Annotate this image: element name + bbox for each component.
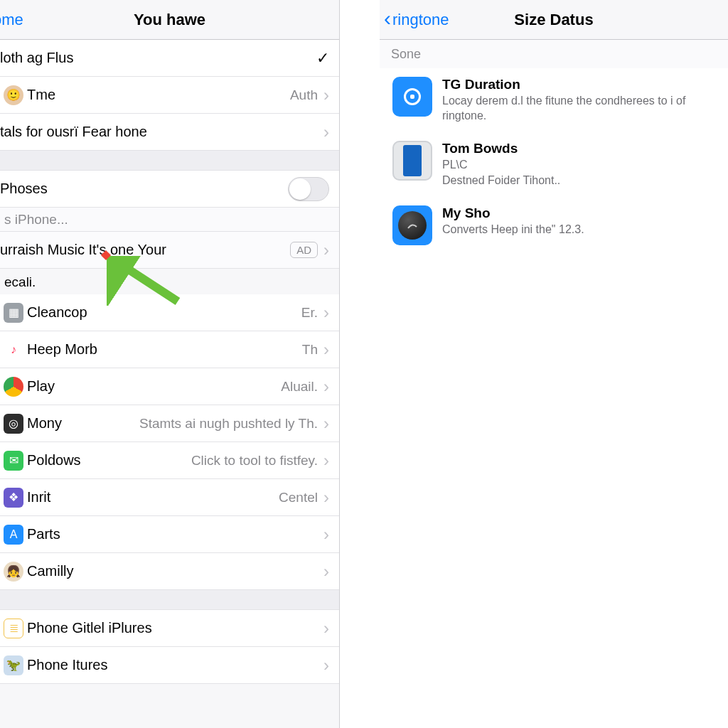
item-subtitle-2: Destned Foider Tihont.. — [442, 173, 560, 188]
row-loth-ag-flus[interactable]: loth ag Flus ✓ — [0, 40, 339, 77]
row-camilly[interactable]: 👧 Camilly › — [0, 553, 339, 590]
chevron-left-icon: ‹ — [384, 8, 391, 29]
camera-icon: ◎ — [4, 414, 23, 434]
left-back-label: ome — [0, 11, 23, 29]
item-subtitle: Locay derem d.l the fitune the condheree… — [442, 94, 715, 124]
chevron-right-icon: › — [323, 122, 329, 142]
section-header-sone: Sone — [380, 40, 728, 68]
row-mony[interactable]: ◎ Mony Stamts ai nugh pushted ly Th. › — [0, 405, 339, 442]
messages-icon: ✉ — [4, 451, 23, 471]
row-label: urraish Music It's one Your — [0, 242, 290, 258]
item-title: My Sho — [442, 205, 584, 221]
left-navbar: ‹ ome You hawe — [0, 0, 339, 40]
row-label: Phoses — [0, 181, 288, 197]
row-heep-morb[interactable]: ♪ Heep Morb Th › — [0, 331, 339, 368]
pane-divider — [340, 0, 380, 728]
ad-badge: AD — [290, 242, 318, 258]
app-icon — [392, 205, 432, 245]
row-parts[interactable]: A Parts › — [0, 516, 339, 553]
toggle-switch[interactable] — [288, 177, 329, 201]
row-label: Heep Morb — [27, 341, 302, 358]
appstore-icon: A — [4, 525, 23, 545]
row-phoses-toggle[interactable]: Phoses — [0, 171, 339, 208]
row-inrit[interactable]: ❖ Inrit Centel › — [0, 479, 339, 516]
avatar-icon: 👧 — [4, 562, 23, 582]
item-subtitle: PL\C — [442, 158, 560, 173]
row-detail: Er. — [301, 305, 318, 321]
row-phone-gitlel-iplures[interactable]: ≣ Phone Gitlel iPlures › — [0, 610, 339, 647]
section-separator — [0, 151, 339, 171]
item-title: Tom Bowds — [442, 141, 560, 156]
row-detail: Auth — [290, 87, 318, 103]
row-label: Poldows — [27, 452, 191, 469]
row-label: Parts — [27, 526, 318, 542]
music-icon: ♪ — [4, 340, 23, 360]
app-icon: ▦ — [4, 303, 23, 323]
checkmark-icon: ✓ — [316, 49, 329, 68]
row-cleancop[interactable]: ▦ Cleancop Er. › — [0, 294, 339, 331]
item-my-sho[interactable]: My Sho Converts Heep ini the" 12.3. — [380, 197, 728, 254]
item-subtitle: Converts Heep ini the" 12.3. — [442, 223, 584, 237]
row-label: Phone Gitlel iPlures — [27, 620, 318, 636]
row-label: Camilly — [27, 563, 318, 579]
right-back-button[interactable]: ‹ ringtone — [380, 11, 449, 29]
chevron-right-icon: › — [323, 340, 329, 360]
left-back-button[interactable]: ‹ ome — [0, 11, 23, 29]
row-detail: Click to tool to fistfey. — [191, 453, 318, 469]
app-icon: ❖ — [4, 488, 23, 508]
chevron-right-icon: › — [323, 655, 329, 675]
row-label: Cleancop — [27, 304, 301, 321]
row-play[interactable]: Play Aluail. › — [0, 368, 339, 405]
chevron-right-icon: › — [323, 619, 329, 638]
row-label: Mony — [27, 415, 139, 432]
chevron-right-icon: › — [323, 240, 329, 260]
section-separator — [0, 590, 339, 610]
chevron-right-icon: › — [323, 525, 329, 545]
chevron-right-icon: › — [323, 488, 329, 508]
item-title: TG Duration — [442, 77, 715, 92]
row-label: tals for ousrï Fear hone — [0, 124, 318, 140]
chrome-icon — [4, 377, 23, 397]
chevron-right-icon: › — [323, 303, 329, 323]
row-label: Tme — [27, 87, 290, 103]
right-navbar: ‹ ringtone Size Datus — [380, 0, 728, 40]
row-highlight-music[interactable]: urraish Music It's one Your AD › — [0, 232, 339, 269]
avatar-icon: 🙂 — [4, 85, 23, 105]
row-poldows[interactable]: ✉ Poldows Click to tool to fistfey. › — [0, 442, 339, 479]
chevron-right-icon: › — [323, 451, 329, 471]
chevron-right-icon: › — [323, 414, 329, 434]
right-back-label: ringtone — [392, 11, 449, 29]
row-detail: Th — [302, 342, 318, 358]
app-icon — [392, 77, 432, 117]
row-tme[interactable]: 🙂 Tme Auth › — [0, 77, 339, 114]
chevron-right-icon: › — [323, 85, 329, 105]
row-detail: Aluail. — [281, 379, 318, 395]
row-label: Inrit — [27, 489, 279, 505]
row-detail: Stamts ai nugh pushted ly Th. — [139, 416, 318, 432]
item-tg-duration[interactable]: TG Duration Locay derem d.l the fitune t… — [380, 68, 728, 132]
row-label: loth ag Flus — [0, 50, 316, 66]
row-label: Phone Itures — [27, 657, 318, 673]
group-title-ecali: ecali. — [0, 269, 339, 294]
app-icon: 🦖 — [4, 655, 23, 675]
chevron-right-icon: › — [323, 377, 329, 397]
row-label: Play — [27, 378, 281, 395]
left-nav-title: You hawe — [0, 11, 339, 29]
row-detail: Centel — [279, 490, 318, 505]
row-phone-itures[interactable]: 🦖 Phone Itures › — [0, 647, 339, 684]
placeholder-text: s iPhone... — [4, 212, 68, 228]
search-placeholder[interactable]: s iPhone... — [0, 208, 339, 232]
chevron-right-icon: › — [323, 562, 329, 582]
notes-icon: ≣ — [4, 619, 23, 638]
item-tom-bowds[interactable]: Tom Bowds PL\C Destned Foider Tihont.. — [380, 132, 728, 198]
phone-image-icon — [392, 141, 432, 181]
row-tals-fear-hone[interactable]: tals for ousrï Fear hone › — [0, 114, 339, 151]
